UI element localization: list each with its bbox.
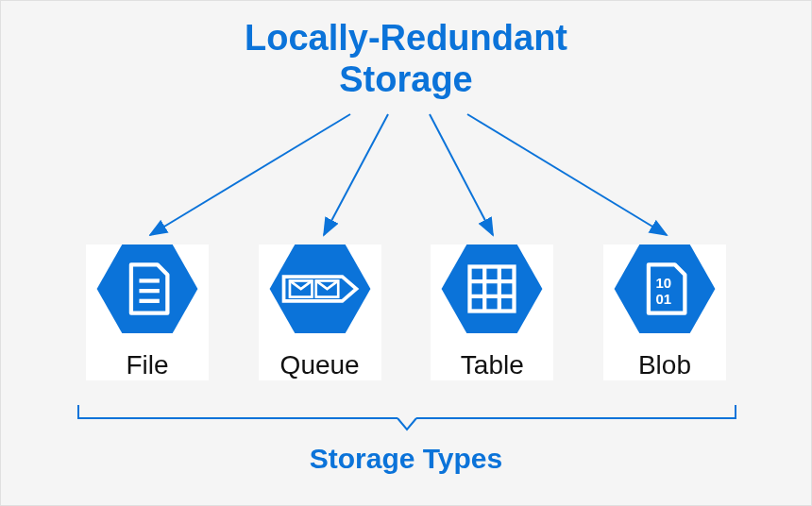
svg-line-4	[467, 114, 667, 235]
queue-icon	[269, 245, 371, 333]
title-line-2: Storage	[339, 59, 472, 99]
storage-label: Queue	[280, 350, 360, 380]
svg-line-3	[430, 114, 493, 235]
blob-icon: 10 01	[614, 245, 716, 333]
svg-text:10: 10	[655, 275, 671, 291]
storage-label: Blob	[638, 350, 691, 380]
title-line-1: Locally-Redundant	[245, 18, 567, 58]
storage-item-file: File	[86, 245, 209, 380]
svg-marker-12	[442, 245, 543, 333]
storage-label: File	[126, 350, 168, 380]
storage-label: Table	[461, 350, 524, 380]
grouping-bracket	[76, 405, 737, 433]
svg-line-2	[324, 114, 388, 235]
storage-items-row: File Queue	[86, 245, 726, 380]
storage-item-blob: 10 01 Blob	[603, 245, 726, 380]
svg-text:01: 01	[655, 291, 671, 307]
table-icon	[441, 245, 543, 333]
svg-line-1	[150, 114, 350, 235]
file-icon	[96, 245, 198, 333]
storage-item-table: Table	[431, 245, 553, 380]
diagram-title: Locally-Redundant Storage	[1, 18, 811, 100]
footer-label: Storage Types	[1, 443, 811, 475]
storage-item-queue: Queue	[259, 245, 381, 380]
